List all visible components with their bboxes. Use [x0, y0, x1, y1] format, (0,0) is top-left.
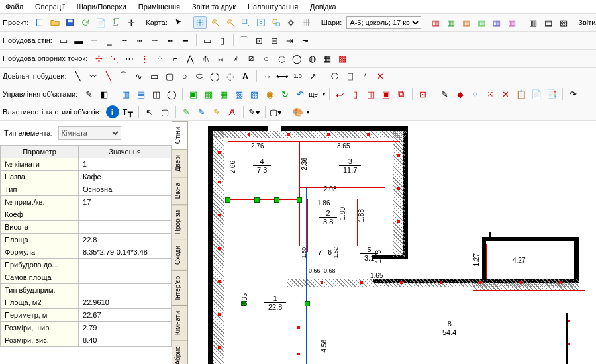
table-row[interactable]: Коеф	[1, 208, 172, 221]
fd-rline-icon[interactable]: ╲	[102, 69, 115, 83]
fd-circ3-icon[interactable]: ◯	[209, 69, 222, 83]
menu-file[interactable]: Файл	[5, 3, 23, 11]
layer-d-icon[interactable]: ▦	[475, 16, 488, 29]
value-cell[interactable]: 8.40	[79, 334, 172, 347]
fd-ext-icon[interactable]: ⎕	[344, 69, 357, 83]
menu-rooms[interactable]: Приміщення	[138, 3, 180, 11]
pan-icon[interactable]	[193, 16, 207, 29]
vtab-walls[interactable]: Стіни	[172, 121, 188, 150]
om-h-icon[interactable]: ▥	[119, 87, 132, 101]
om-pencil-icon[interactable]: ✎	[82, 87, 95, 101]
table-row[interactable]: Периметр, м22.67	[1, 309, 172, 322]
wall-2-icon[interactable]: ▬	[72, 34, 85, 47]
fd-del-icon[interactable]: ✕	[374, 69, 387, 83]
table-row[interactable]: Тип вбуд.прим.	[1, 284, 172, 296]
om-5-icon[interactable]: ▨	[248, 87, 261, 101]
pt-10-icon[interactable]: ⫽	[229, 52, 242, 65]
om-undo-icon[interactable]: ↶	[293, 87, 307, 101]
fd-rect2-icon[interactable]: ▢	[163, 69, 176, 83]
copy-icon[interactable]	[109, 16, 123, 29]
pointer-icon[interactable]	[172, 16, 185, 29]
fd-arrow-icon[interactable]: ↗	[307, 69, 320, 83]
wall-merge-icon[interactable]: ⊡	[253, 34, 266, 47]
pt-12-icon[interactable]: ○	[260, 52, 273, 65]
wall-split-icon[interactable]: ⊟	[268, 34, 281, 47]
menu-operations[interactable]: Операції	[35, 3, 65, 11]
om-redo-icon[interactable]: ↷	[567, 87, 580, 101]
pt-14-icon[interactable]: ◯	[290, 52, 303, 65]
om-cp2-icon[interactable]: 📄	[530, 87, 543, 101]
pt-1-icon[interactable]: ✢	[92, 52, 105, 65]
pt-11-icon[interactable]: ⧄	[244, 52, 258, 65]
pt-13-icon[interactable]: ◌	[275, 52, 288, 65]
om-x1-icon[interactable]: ⊡	[417, 87, 430, 101]
pt-2-icon[interactable]: ⋱	[107, 52, 121, 65]
vtab-stairs[interactable]: Сходи	[172, 240, 188, 271]
fd-line-icon[interactable]: ╲	[72, 69, 85, 83]
vtab-doors[interactable]: Двері	[172, 149, 188, 177]
fd-arc-icon[interactable]: ⌒	[117, 69, 130, 83]
om-o-icon[interactable]: ◯	[165, 87, 178, 101]
value-cell[interactable]: Основна	[79, 183, 172, 196]
wall-3-icon[interactable]: ═	[87, 34, 101, 47]
pt-4-icon[interactable]: ⋮	[138, 52, 151, 65]
vtab-openings[interactable]: Прорізи	[172, 205, 188, 240]
value-cell[interactable]: 17	[79, 196, 172, 208]
value-cell[interactable]	[79, 208, 172, 221]
menu-help[interactable]: Довідка	[310, 3, 336, 11]
fd-brk-icon[interactable]: ⎖	[359, 69, 372, 83]
more-label[interactable]: ще	[309, 91, 318, 98]
wall-curve-icon[interactable]: ⌒	[238, 34, 251, 47]
menu-layers[interactable]: Шари/Поверхи	[77, 3, 126, 11]
pen4-icon[interactable]: A̸	[226, 105, 239, 118]
wall-7-icon[interactable]: ┈	[148, 34, 162, 47]
zoom-out-icon[interactable]	[224, 16, 237, 29]
wall-9-icon[interactable]: ━	[179, 34, 192, 47]
layer-a-icon[interactable]: ▦	[429, 16, 442, 29]
document-icon[interactable]: 📄	[94, 16, 107, 29]
om-eraser-icon[interactable]: ◧	[97, 87, 111, 101]
value-cell[interactable]	[79, 221, 172, 234]
vtab-windows[interactable]: Вікна	[172, 177, 188, 205]
fd-spline-icon[interactable]: ∿	[132, 69, 146, 83]
om-2-icon[interactable]: ▩	[202, 87, 215, 101]
table-row[interactable]: Формула8.35*2.79-0.14*3.48	[1, 246, 172, 259]
toggle-3-icon[interactable]: ▧	[557, 16, 570, 29]
wall-ext-icon[interactable]: ⇥	[283, 34, 297, 47]
table-row[interactable]: Прибудова до...	[1, 259, 172, 271]
value-cell[interactable]: Кафе	[79, 171, 172, 183]
layer-e-icon[interactable]: ▦	[490, 16, 503, 29]
om-g-icon[interactable]: ◫	[150, 87, 163, 101]
value-cell[interactable]: 2.79	[79, 322, 172, 334]
om-l2-icon[interactable]: ◫	[364, 87, 377, 101]
pt-6-icon[interactable]: ⌐	[168, 52, 181, 65]
fd-poly-icon[interactable]: 〰	[87, 69, 100, 83]
reload-icon[interactable]	[79, 16, 92, 29]
om-cp1-icon[interactable]: 📋	[515, 87, 528, 101]
cursor-icon[interactable]: ↖	[143, 105, 156, 118]
menu-reports[interactable]: Звіти та друк	[192, 3, 236, 11]
pt-8-icon[interactable]: ⩚	[199, 52, 212, 65]
table-row[interactable]: № кімнати1	[1, 158, 172, 171]
om-e3-icon[interactable]: ⁘	[469, 87, 482, 101]
sel-icon[interactable]: ▢	[158, 105, 172, 118]
layer-f-icon[interactable]: ▦	[505, 16, 519, 29]
om-4-icon[interactable]: ▧	[232, 87, 246, 101]
om-l1-icon[interactable]: ▯	[349, 87, 362, 101]
fill-icon[interactable]: ▢▾	[270, 105, 283, 118]
om-e4-icon[interactable]: ⁙	[484, 87, 497, 101]
wall-end-icon[interactable]: ╼	[299, 34, 312, 47]
value-cell[interactable]	[79, 259, 172, 271]
elemtype-combo[interactable]: Кімната	[58, 126, 121, 140]
om-v-icon[interactable]: ▤	[134, 87, 148, 101]
om-back-icon[interactable]: ⮐	[334, 87, 347, 101]
fd-circ4-icon[interactable]: ◌	[224, 69, 237, 83]
fd-dim1-icon[interactable]: ↔	[261, 69, 274, 83]
value-cell[interactable]: 8.35*2.79-0.14*3.48	[79, 246, 172, 259]
table-row[interactable]: Площа, м222.9610	[1, 296, 172, 309]
table-row[interactable]: Площа22.8	[1, 234, 172, 246]
open-folder-icon[interactable]	[48, 16, 62, 29]
fd-ellipse-icon[interactable]: ⬭	[193, 69, 207, 83]
om-refresh-icon[interactable]: ↻	[278, 87, 291, 101]
pt-5-icon[interactable]: ⁘	[153, 52, 166, 65]
